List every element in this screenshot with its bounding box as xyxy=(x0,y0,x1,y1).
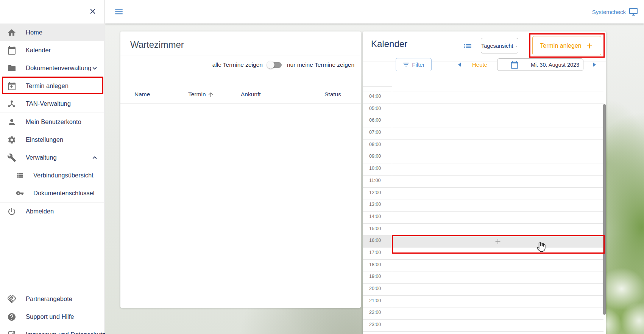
calendar-slot[interactable] xyxy=(392,259,603,271)
column-header-termin[interactable]: Termin xyxy=(188,91,214,98)
sidebar-item-tan-verwaltung[interactable]: TAN-Verwaltung xyxy=(0,95,104,113)
column-header-label: Termin xyxy=(188,91,206,98)
arrow-up-icon xyxy=(207,91,214,98)
hamburger-menu-icon[interactable] xyxy=(114,7,124,17)
calendar-slot[interactable] xyxy=(392,247,603,259)
calendar-slot[interactable] xyxy=(392,211,603,223)
sidebar-item-einstellungen[interactable]: Einstellungen xyxy=(0,131,104,149)
sidebar-item-label: Kalender xyxy=(26,47,51,54)
calendar-slot[interactable] xyxy=(392,103,603,115)
gear-icon xyxy=(7,135,16,144)
calendar-hour-row[interactable]: 18:00 xyxy=(363,259,606,271)
termin-anlegen-button-label: Termin anlegen xyxy=(540,42,581,49)
time-label: 11:00 xyxy=(363,175,392,187)
next-day-arrow-icon[interactable] xyxy=(591,61,598,68)
sidebar-footer-nav: PartnerangeboteSupport und HilfeImpressu… xyxy=(0,290,104,334)
calendar-hour-row[interactable]: 07:00 xyxy=(363,127,606,139)
sidebar: HomeKalenderDokumentenverwaltungTermin a… xyxy=(0,0,105,334)
sidebar-item-verbindungsuebersicht[interactable]: Verbindungsübersicht xyxy=(0,166,104,184)
sidebar-item-label: Dokumentenschlüssel xyxy=(33,190,94,197)
calendar-slot[interactable] xyxy=(392,271,603,283)
calendar-hour-row[interactable]: 12:00 xyxy=(363,187,606,199)
sidebar-item-mein-benutzerkonto[interactable]: Mein Benutzerkonto xyxy=(0,113,104,131)
calendar-slot[interactable] xyxy=(392,223,603,235)
sidebar-item-abmelden[interactable]: Abmelden xyxy=(0,202,104,220)
filter-button[interactable]: Filter xyxy=(396,58,432,71)
calendar-slot[interactable] xyxy=(392,295,603,307)
sidebar-item-impressum[interactable]: Impressum und Datenschutz xyxy=(0,326,104,334)
calendar-hour-row[interactable]: 15:00 xyxy=(363,223,606,235)
column-header-status[interactable]: Status xyxy=(324,91,341,98)
calendar-hour-row[interactable]: 23:00 xyxy=(363,319,606,331)
sidebar-item-home[interactable]: Home xyxy=(0,24,104,41)
calendar-hour-row[interactable]: 10:00 xyxy=(363,163,606,175)
sidebar-nav: HomeKalenderDokumentenverwaltungTermin a… xyxy=(0,24,104,220)
key-icon xyxy=(16,189,24,197)
sidebar-item-dokumentenverwaltung[interactable]: Dokumentenverwaltung xyxy=(0,59,104,77)
previous-day-arrow-icon[interactable] xyxy=(456,61,463,68)
sidebar-item-label: Impressum und Datenschutz xyxy=(26,331,105,334)
systemcheck-button[interactable]: Systemcheck xyxy=(592,7,638,16)
calendar-hour-row[interactable]: 19:00 xyxy=(363,271,606,283)
calendar-slot[interactable] xyxy=(392,199,603,211)
calendar-hour-row[interactable]: 11:00 xyxy=(363,175,606,187)
calendar-slot[interactable] xyxy=(392,163,603,175)
calendar-hour-row[interactable]: 05:00 xyxy=(363,103,606,115)
filter-icon xyxy=(402,61,410,68)
time-label: 22:00 xyxy=(363,307,392,319)
dropdown-caret-icon xyxy=(515,43,518,50)
calendar-slot[interactable] xyxy=(392,151,603,163)
sidebar-item-verwaltung[interactable]: Verwaltung xyxy=(0,149,104,166)
calendar-slot xyxy=(392,331,603,334)
calendar-hour-row[interactable]: 13:00 xyxy=(363,199,606,211)
calendar-hour-row[interactable]: 06:00 xyxy=(363,115,606,127)
calendar-hour-row[interactable]: 17:00 xyxy=(363,247,606,259)
chevron-down-icon xyxy=(90,64,99,72)
calendar-slot[interactable] xyxy=(392,319,603,331)
calendar-hour-row[interactable]: 04:00 xyxy=(363,91,606,103)
sidebar-item-support-und-hilfe[interactable]: Support und Hilfe xyxy=(0,308,104,326)
calendar-hour-row[interactable]: 08:00 xyxy=(363,139,606,151)
close-icon[interactable] xyxy=(89,7,97,16)
monitor-icon xyxy=(629,7,638,16)
calendar-slot[interactable] xyxy=(392,307,603,319)
time-gutter-border xyxy=(363,86,392,87)
calendar-slot[interactable] xyxy=(392,127,603,139)
sidebar-item-kalender[interactable]: Kalender xyxy=(0,41,104,59)
calendar-hour-row[interactable]: 14:00 xyxy=(363,211,606,223)
calendar-hour-row[interactable]: 09:00 xyxy=(363,151,606,163)
time-label: 20:00 xyxy=(363,283,392,295)
sidebar-item-label: Support und Hilfe xyxy=(26,313,74,320)
sidebar-item-dokumentenschluessel[interactable]: Dokumentenschlüssel xyxy=(0,184,104,202)
viewlist-icon xyxy=(16,171,24,179)
view-select-button[interactable]: Tagesansicht xyxy=(481,38,518,53)
handshake-icon xyxy=(7,295,16,304)
calendar-slot[interactable] xyxy=(392,139,603,151)
calendar-hour-row[interactable]: 20:00 xyxy=(363,283,606,295)
sidebar-item-termin-anlegen[interactable]: Termin anlegen xyxy=(0,77,104,95)
sidebar-item-label: Mein Benutzerkonto xyxy=(26,118,81,125)
column-header-name[interactable]: Name xyxy=(134,91,150,98)
time-label: 15:00 xyxy=(363,223,392,235)
calendar-slot[interactable] xyxy=(392,91,603,103)
termine-toggle[interactable] xyxy=(268,62,282,68)
list-view-icon[interactable] xyxy=(463,41,472,51)
sidebar-item-label: Einstellungen xyxy=(26,136,63,143)
calendar-hour-row[interactable]: 21:00 xyxy=(363,295,606,307)
calendar-hour-row[interactable]: 22:00 xyxy=(363,307,606,319)
calendar-slot[interactable] xyxy=(392,175,603,187)
column-header-ankunft[interactable]: Ankunft xyxy=(241,91,261,98)
heute-button[interactable]: Heute xyxy=(472,61,487,68)
sidebar-item-partnerangebote[interactable]: Partnerangebote xyxy=(0,290,104,308)
calendar-scrollbar[interactable] xyxy=(603,104,606,315)
calendar-hour-row-selected[interactable]: 16:00 xyxy=(363,235,606,247)
calendar-slot[interactable] xyxy=(392,283,603,295)
termin-anlegen-button[interactable]: Termin anlegen xyxy=(532,36,601,55)
calendar-icon xyxy=(7,46,16,55)
calendar-slot[interactable] xyxy=(392,187,603,199)
date-picker-button[interactable]: Mi. 30. August 2023 xyxy=(497,58,583,71)
calendar-slot[interactable] xyxy=(392,235,603,247)
column-header-label: Ankunft xyxy=(241,91,261,98)
power-icon xyxy=(7,207,16,216)
calendar-slot[interactable] xyxy=(392,115,603,127)
